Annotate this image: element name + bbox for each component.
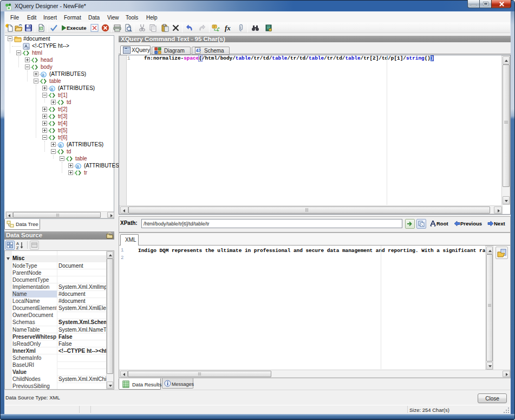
svg-text:a: a	[76, 164, 79, 169]
svg-text:fx: fx	[225, 24, 231, 32]
svg-text:4: 4	[196, 48, 199, 53]
svg-text:a: a	[59, 143, 62, 148]
svg-text:a: a	[50, 86, 53, 92]
svg-text:Z: Z	[16, 245, 19, 250]
svg-text:a: a	[42, 72, 44, 77]
